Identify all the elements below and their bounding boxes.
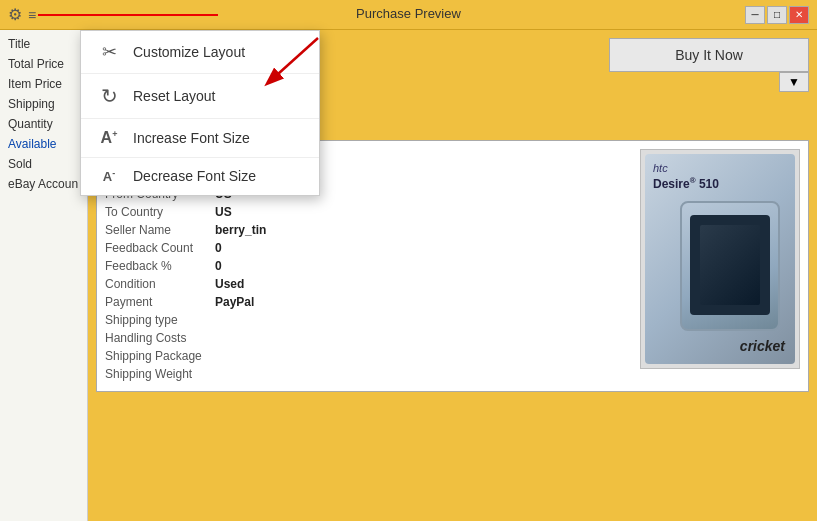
increase-font-icon: A+ — [97, 129, 121, 147]
label-shipping-weight: Shipping Weight — [105, 367, 215, 381]
sidebar: Title Total Price Item Price Shipping Qu… — [0, 30, 88, 521]
annotation-line — [38, 14, 218, 16]
detail-row-handling-costs: Handling Costs — [105, 329, 632, 347]
label-shipping-package: Shipping Package — [105, 349, 215, 363]
buy-it-now-button[interactable]: Buy It Now — [609, 38, 809, 72]
phone-mockup: htc Desire® 510 cricket — [645, 154, 795, 364]
dropdown-menu: ✂ Customize Layout ↻ Reset Layout A+ Inc… — [80, 30, 320, 196]
label-feedback-pct: Feedback % — [105, 259, 215, 273]
cricket-label: cricket — [740, 338, 785, 354]
label-feedback-count: Feedback Count — [105, 241, 215, 255]
window-title: Purchase Preview — [356, 6, 461, 21]
title-bar: ⚙ ≡ Purchase Preview ─ □ ✕ — [0, 0, 817, 30]
dropdown-customize[interactable]: ✂ Customize Layout — [81, 31, 319, 74]
decrease-font-icon: A- — [97, 168, 121, 184]
close-button[interactable]: ✕ — [789, 6, 809, 24]
dropdown-increase-label: Increase Font Size — [133, 130, 250, 146]
main-area: Title Total Price Item Price Shipping Qu… — [0, 30, 817, 521]
detail-row-shipping-type: Shipping type — [105, 311, 632, 329]
hamburger-icon[interactable]: ≡ — [28, 7, 36, 23]
sidebar-item-item-price[interactable]: Item Price — [0, 74, 87, 94]
detail-row-to-country: To Country US — [105, 203, 632, 221]
reset-icon: ↻ — [97, 84, 121, 108]
buy-btn-area: Buy It Now ▼ — [609, 38, 809, 92]
label-payment: Payment — [105, 295, 215, 309]
dropdown-customize-label: Customize Layout — [133, 44, 245, 60]
sidebar-item-sold[interactable]: Sold — [0, 154, 87, 174]
title-bar-left: ⚙ ≡ — [8, 5, 36, 24]
label-handling-costs: Handling Costs — [105, 331, 215, 345]
label-seller-name: Seller Name — [105, 223, 215, 237]
dropdown-decrease-label: Decrease Font Size — [133, 168, 256, 184]
detail-row-feedback-pct: Feedback % 0 — [105, 257, 632, 275]
detail-row-payment: Payment PayPal — [105, 293, 632, 311]
value-seller-name: berry_tin — [215, 223, 266, 237]
value-condition: Used — [215, 277, 244, 291]
gear-icon[interactable]: ⚙ — [8, 5, 22, 24]
sidebar-item-total-price[interactable]: Total Price — [0, 54, 87, 74]
dropdown-decrease-font[interactable]: A- Decrease Font Size — [81, 158, 319, 194]
sidebar-item-shipping[interactable]: Shipping — [0, 94, 87, 114]
label-shipping-type: Shipping type — [105, 313, 215, 327]
detail-row-seller-name: Seller Name berry_tin — [105, 221, 632, 239]
dropdown-increase-font[interactable]: A+ Increase Font Size — [81, 119, 319, 158]
sidebar-item-available[interactable]: Available — [0, 134, 87, 154]
value-to-country: US — [215, 205, 232, 219]
minimize-button[interactable]: ─ — [745, 6, 765, 24]
customize-icon: ✂ — [97, 41, 121, 63]
sidebar-item-quantity[interactable]: Quantity — [0, 114, 87, 134]
detail-row-condition: Condition Used — [105, 275, 632, 293]
sidebar-item-ebay-account[interactable]: eBay Accoun — [0, 174, 87, 194]
value-payment: PayPal — [215, 295, 254, 309]
phone-brand-label: htc — [653, 162, 668, 174]
dropdown-reset-label: Reset Layout — [133, 88, 216, 104]
label-condition: Condition — [105, 277, 215, 291]
window-controls: ─ □ ✕ — [745, 6, 809, 24]
detail-row-shipping-package: Shipping Package — [105, 347, 632, 365]
detail-row-feedback-count: Feedback Count 0 — [105, 239, 632, 257]
sidebar-item-title[interactable]: Title — [0, 34, 87, 54]
restore-button[interactable]: □ — [767, 6, 787, 24]
value-feedback-pct: 0 — [215, 259, 222, 273]
buy-dropdown-arrow[interactable]: ▼ — [779, 72, 809, 92]
product-image: htc Desire® 510 cricket — [640, 149, 800, 369]
value-feedback-count: 0 — [215, 241, 222, 255]
detail-row-shipping-weight: Shipping Weight — [105, 365, 632, 383]
phone-model-label: Desire® 510 — [653, 176, 719, 191]
dropdown-reset[interactable]: ↻ Reset Layout — [81, 74, 319, 119]
label-to-country: To Country — [105, 205, 215, 219]
